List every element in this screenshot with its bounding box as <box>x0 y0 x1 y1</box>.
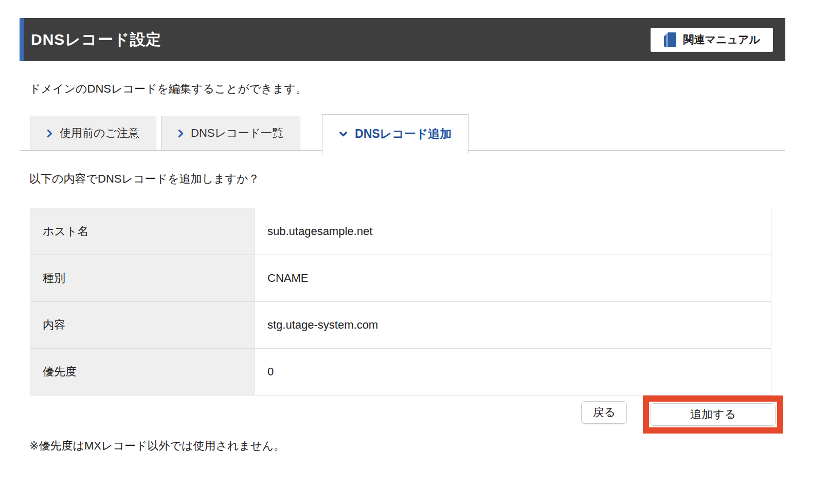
table-row-hostname: ホスト名 sub.utagesample.net <box>30 208 771 255</box>
tab-label: DNSレコード一覧 <box>191 127 283 139</box>
dns-record-table: ホスト名 sub.utagesample.net 種別 CNAME 内容 stg… <box>30 208 771 395</box>
add-record-button[interactable]: 追加する <box>651 403 776 426</box>
row-value-content: stg.utage-system.com <box>255 302 771 349</box>
red-highlight-annotation: 追加する <box>643 395 783 434</box>
page-title: DNSレコード設定 <box>31 29 161 50</box>
chevron-right-icon <box>178 129 184 138</box>
chevron-down-icon <box>339 131 348 137</box>
table-row-priority: 優先度 0 <box>30 349 771 395</box>
book-icon <box>663 32 677 47</box>
row-label: ホスト名 <box>30 208 255 255</box>
row-value-priority: 0 <box>255 349 771 395</box>
tab-precautions[interactable]: 使用前のご注意 <box>30 116 156 150</box>
chevron-right-icon <box>47 129 52 138</box>
tab-dns-record-add[interactable]: DNSレコード追加 <box>322 114 469 154</box>
row-value-type: CNAME <box>255 255 771 302</box>
row-label: 優先度 <box>30 349 255 395</box>
page-container: DNSレコード設定 関連マニュアル ドメインのDNSレコードを編集することができ… <box>20 0 785 453</box>
page-header: DNSレコード設定 関連マニュアル <box>20 18 785 61</box>
table-row-type: 種別 CNAME <box>30 255 771 302</box>
page-description: ドメインのDNSレコードを編集することができます。 <box>29 82 785 96</box>
tab-dns-record-list[interactable]: DNSレコード一覧 <box>161 116 300 150</box>
priority-footnote: ※優先度はMXレコード以外では使用されません。 <box>29 439 785 453</box>
table-row-content: 内容 stg.utage-system.com <box>30 302 771 349</box>
action-button-row: 戻る 追加する <box>20 395 785 434</box>
tab-label: DNSレコード追加 <box>355 128 452 140</box>
back-button[interactable]: 戻る <box>581 401 627 424</box>
tab-label: 使用前のご注意 <box>60 127 139 139</box>
confirm-question: 以下の内容でDNSレコードを追加しますか？ <box>29 172 785 186</box>
tab-bar: 使用前のご注意 DNSレコード一覧 DNSレコード追加 <box>20 114 785 151</box>
related-manual-button[interactable]: 関連マニュアル <box>651 28 773 52</box>
related-manual-label: 関連マニュアル <box>683 32 760 47</box>
row-label: 種別 <box>30 255 255 302</box>
row-label: 内容 <box>30 302 255 349</box>
row-value-hostname: sub.utagesample.net <box>255 208 771 255</box>
